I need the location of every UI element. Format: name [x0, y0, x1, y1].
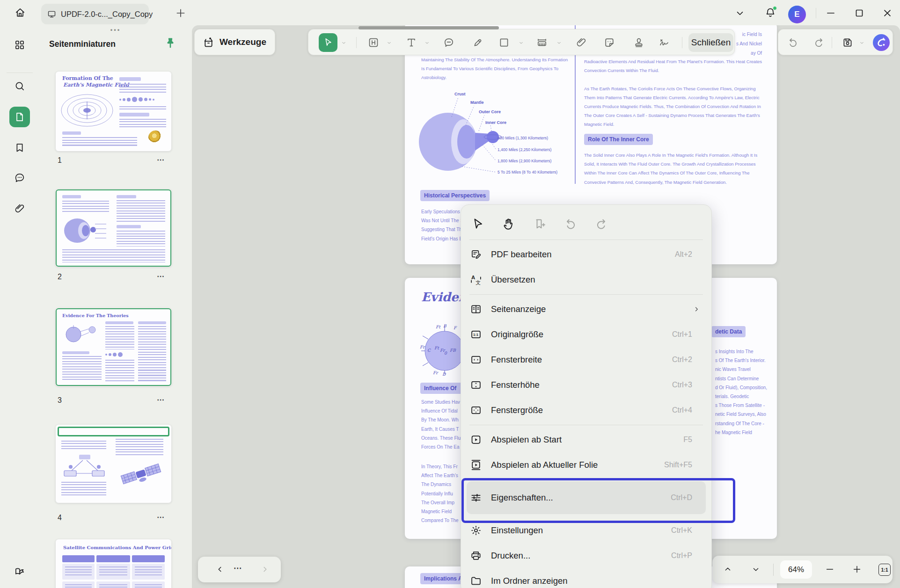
maximize-button[interactable]: [853, 7, 865, 19]
thumb3-menu-dots[interactable]: ⋯: [157, 395, 165, 404]
thumb1-menu-dots[interactable]: ⋯: [157, 155, 165, 164]
bookmarks-icon[interactable]: [14, 142, 26, 154]
close-window-button[interactable]: [881, 7, 893, 19]
page-thumbnail-3[interactable]: Evidence For The Theories: [56, 308, 171, 386]
chevron-down-icon[interactable]: [734, 7, 746, 19]
zoom-in-icon[interactable]: [852, 564, 862, 574]
right-toolbar: [778, 29, 893, 55]
pen-tool-icon[interactable]: [472, 36, 484, 49]
menu-item[interactable]: 1:1 Originalgröße Ctrl+1: [461, 322, 711, 347]
doc-text-line: As The Earth Rotates, The Coriolis Force…: [584, 84, 771, 93]
menu-item[interactable]: Fensterbreite Ctrl+2: [461, 347, 711, 372]
comment-tool-icon[interactable]: [443, 36, 455, 49]
sidebar-item-thumbnails[interactable]: [9, 107, 30, 127]
text-tool-icon[interactable]: [405, 36, 417, 49]
menu-item[interactable]: Einstellungen Ctrl+K: [461, 518, 711, 543]
thumb4-menu-dots[interactable]: ⋯: [157, 513, 165, 522]
page-thumbnail-4[interactable]: [56, 425, 171, 503]
save-icon[interactable]: [841, 36, 854, 49]
tools-button[interactable]: Werkzeuge: [194, 29, 275, 55]
menu-item[interactable]: Seitenanzeige: [461, 297, 711, 322]
submenu-chevron-icon: [692, 330, 701, 339]
select-tool-chevron-icon[interactable]: [341, 40, 347, 46]
doc-text-line: [584, 75, 771, 84]
menu-item[interactable]: PDF bearbeiten Alt+2: [461, 242, 711, 267]
page2-intro: Maintaining The Stability Of The Atmosph…: [421, 55, 576, 82]
measure-chevron-icon[interactable]: [556, 40, 562, 46]
submenu-chevron-icon: [692, 276, 701, 284]
ai-assistant-button[interactable]: [873, 34, 890, 51]
menu-tool-icon[interactable]: [533, 217, 547, 231]
rail-divider: [7, 73, 33, 73]
menu-item-icon: [470, 404, 482, 416]
attachment-tool-icon[interactable]: [575, 36, 587, 49]
zoom-level-value[interactable]: 64%: [780, 560, 812, 579]
highlight-tool-icon[interactable]: [367, 36, 380, 49]
page-menu-dots[interactable]: ⋯: [234, 563, 242, 573]
svg-text:Fr: Fr: [420, 345, 425, 349]
thumb2-menu-dots[interactable]: ⋯: [157, 272, 165, 281]
scroll-up-icon[interactable]: [723, 564, 733, 574]
select-tool-button[interactable]: [319, 33, 337, 52]
menu-tool-icon[interactable]: [502, 217, 516, 231]
highlight-chevron-icon[interactable]: [386, 40, 392, 46]
signature-tool-icon[interactable]: [658, 36, 670, 49]
menu-item[interactable]: Drucken... Ctrl+P: [461, 543, 711, 568]
apps-grid-icon[interactable]: [14, 39, 26, 51]
titlebar: UPDF-2.0-c..._Copy_Copy E: [0, 0, 900, 25]
menu-item[interactable]: Im Ordner anzeigen: [461, 568, 711, 588]
svg-text:Ft: Ft: [436, 325, 441, 329]
submenu-chevron-icon: [692, 577, 701, 585]
page-number-2: 2: [58, 273, 62, 281]
reader-mode-icon[interactable]: [14, 566, 26, 578]
shape-tool-icon[interactable]: [498, 36, 510, 49]
measure-tool-icon[interactable]: [536, 36, 548, 49]
previous-page-icon[interactable]: [215, 564, 225, 574]
scroll-down-icon[interactable]: [751, 564, 761, 574]
menu-item[interactable]: Fensterhöhe Ctrl+3: [461, 372, 711, 398]
menu-tool-icon[interactable]: [594, 217, 608, 231]
menu-tool-icon[interactable]: [563, 217, 578, 231]
toolbar-divider: [682, 37, 682, 48]
search-icon[interactable]: [14, 80, 26, 92]
thumb3-title: Evidence For The Theories: [62, 313, 129, 318]
page-thumbnail-5[interactable]: Satellite Communications And Power Grids: [56, 539, 171, 588]
document-tab[interactable]: UPDF-2.0-c..._Copy_Copy: [41, 4, 149, 24]
menu-tool-icon[interactable]: [471, 217, 485, 231]
redo-icon[interactable]: [813, 36, 825, 49]
shape-chevron-icon[interactable]: [518, 40, 524, 46]
sticker-tool-icon[interactable]: [603, 36, 615, 49]
text-chevron-icon[interactable]: [424, 40, 430, 46]
menu-item[interactable]: Abspielen ab Aktueller Folie Shift+F5: [461, 452, 711, 478]
panel-drag-handle[interactable]: •••: [39, 26, 192, 33]
zoom-out-icon[interactable]: [825, 564, 835, 574]
page-thumbnail-1[interactable]: Formation Of The Earth's Magnetic Field: [56, 72, 171, 151]
next-page-icon[interactable]: [260, 564, 270, 574]
menu-item-icon: [470, 303, 482, 315]
attachments-icon[interactable]: [14, 203, 26, 215]
menu-item[interactable]: Fenstergröße Ctrl+4: [461, 398, 711, 423]
page-thumbnail-2[interactable]: [56, 189, 171, 267]
submenu-chevron-icon: [692, 461, 701, 469]
doc-text-line: Is Fundamental To Various Scientific Dis…: [421, 64, 576, 73]
home-icon[interactable]: [14, 7, 26, 19]
menu-item-label: Fenstergröße: [491, 405, 672, 415]
close-presentation-button[interactable]: Schließen: [688, 33, 733, 52]
implications-heading: Implications A: [420, 573, 466, 584]
horizontal-scrollbar-thumb[interactable]: [359, 26, 499, 29]
zoom-controls-pill: 64% 1:1: [712, 556, 893, 583]
comments-icon[interactable]: [14, 172, 26, 184]
planet-size-dots: [119, 97, 154, 102]
actual-size-button[interactable]: 1:1: [878, 564, 891, 576]
pin-icon[interactable]: [164, 36, 177, 50]
menu-item[interactable]: Abspielen ab Start F5: [461, 427, 711, 452]
minimize-button[interactable]: [825, 7, 837, 19]
undo-icon[interactable]: [787, 36, 799, 49]
stamp-tool-icon[interactable]: [633, 36, 645, 49]
new-tab-button[interactable]: [175, 7, 187, 19]
save-chevron-icon[interactable]: [859, 40, 865, 46]
avatar[interactable]: E: [788, 6, 806, 23]
menu-item[interactable]: A文 Übersetzen: [461, 267, 711, 292]
menu-item[interactable]: Eigenschaften... Ctrl+D: [467, 481, 706, 514]
svg-text:文: 文: [476, 280, 481, 286]
